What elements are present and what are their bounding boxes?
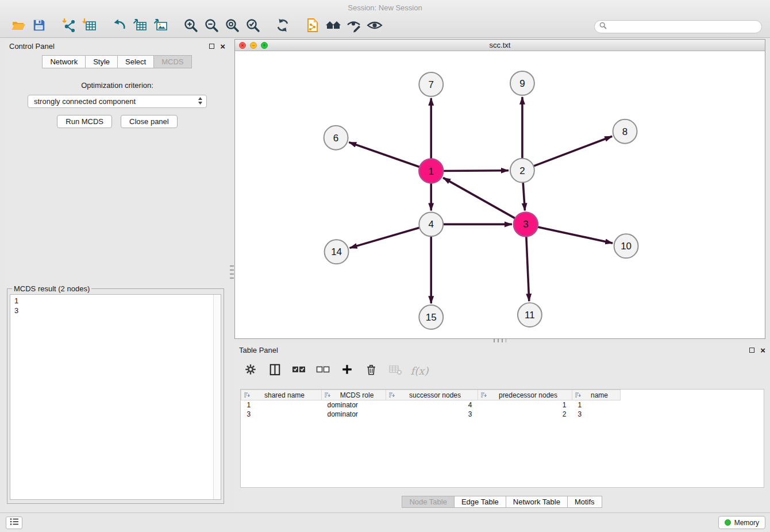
run-mcds-button[interactable]: Run MCDS bbox=[57, 115, 112, 128]
tab-edge-table[interactable]: Edge Table bbox=[454, 496, 506, 508]
network-canvas[interactable]: 7968124314101511 bbox=[235, 52, 765, 338]
column-header-predecessor-nodes[interactable]: predecessor nodes bbox=[478, 390, 572, 400]
export-network-button[interactable] bbox=[109, 17, 130, 36]
save-session-button[interactable] bbox=[29, 17, 49, 36]
search-input[interactable] bbox=[610, 22, 757, 30]
tab-style[interactable]: Style bbox=[85, 55, 118, 68]
table-cell[interactable]: 1 bbox=[478, 400, 572, 410]
add-row-button[interactable] bbox=[339, 363, 355, 379]
close-panel-button[interactable]: Close panel bbox=[121, 115, 178, 128]
graph-edge-1-6[interactable] bbox=[349, 142, 419, 167]
zoom-selected-button[interactable] bbox=[242, 17, 263, 36]
graph-edge-1-2[interactable] bbox=[443, 171, 509, 171]
sort-icon[interactable] bbox=[575, 392, 581, 398]
maximize-window-button[interactable]: + bbox=[261, 42, 268, 49]
graph-node-2[interactable]: 2 bbox=[510, 159, 534, 183]
close-window-button[interactable]: × bbox=[239, 42, 246, 49]
delete-table-icon bbox=[388, 363, 402, 378]
control-panel-title: Control Panel bbox=[9, 42, 55, 51]
deselect-all-button[interactable] bbox=[315, 363, 331, 379]
task-history-button[interactable] bbox=[6, 516, 22, 529]
vertical-splitter-grip[interactable] bbox=[230, 265, 234, 280]
result-scrollbar[interactable] bbox=[213, 295, 221, 499]
graph-node-1[interactable]: 1 bbox=[419, 159, 443, 183]
graph-edge-3-11[interactable] bbox=[526, 236, 529, 301]
graph-node-6[interactable]: 6 bbox=[324, 126, 348, 150]
minimize-window-button[interactable]: − bbox=[250, 42, 257, 49]
import-table-button[interactable] bbox=[79, 17, 100, 36]
table-cell[interactable]: dominator bbox=[322, 400, 386, 410]
table-row[interactable]: 1dominator411 bbox=[241, 400, 621, 410]
column-header-shared-name[interactable]: shared name bbox=[241, 390, 322, 400]
criterion-dropdown[interactable]: strongly connected component bbox=[28, 95, 207, 108]
graph-edge-3-1[interactable] bbox=[443, 178, 515, 218]
column-header-successor-nodes[interactable]: successor nodes bbox=[386, 390, 478, 400]
columns-icon bbox=[268, 363, 281, 378]
show-hide-graphics-button[interactable] bbox=[364, 17, 385, 36]
tab-node-table[interactable]: Node Table bbox=[402, 496, 455, 508]
table-cell[interactable]: 3 bbox=[572, 410, 621, 419]
tab-mcds[interactable]: MCDS bbox=[153, 55, 191, 68]
delete-row-button[interactable] bbox=[363, 363, 379, 379]
graph-node-11[interactable]: 11 bbox=[518, 303, 542, 327]
graph-edge-4-14[interactable] bbox=[350, 228, 420, 248]
zoom-in-button[interactable] bbox=[180, 17, 201, 36]
graph-node-3[interactable]: 3 bbox=[514, 212, 538, 236]
export-table-button[interactable] bbox=[130, 17, 151, 36]
tab-network-table[interactable]: Network Table bbox=[506, 496, 568, 508]
graph-node-10[interactable]: 10 bbox=[614, 234, 638, 258]
zoom-fit-icon bbox=[225, 18, 240, 35]
graph-node-14[interactable]: 14 bbox=[325, 240, 349, 264]
function-builder-button[interactable]: f(x) bbox=[411, 363, 428, 379]
table-cell[interactable]: 4 bbox=[386, 400, 478, 410]
graph-edge-3-10[interactable] bbox=[537, 227, 613, 243]
zoom-selected-icon bbox=[245, 18, 260, 35]
horizontal-splitter[interactable] bbox=[234, 338, 765, 342]
table-cell[interactable]: 1 bbox=[572, 400, 621, 410]
tab-select[interactable]: Select bbox=[117, 55, 154, 68]
table-row[interactable]: 3dominator323 bbox=[241, 410, 621, 419]
zoom-fit-button[interactable] bbox=[222, 17, 242, 36]
tab-network[interactable]: Network bbox=[42, 55, 86, 68]
network-document-button[interactable] bbox=[302, 17, 323, 36]
graph-node-7[interactable]: 7 bbox=[419, 72, 443, 97]
delete-table-button[interactable] bbox=[387, 363, 403, 379]
close-panel-icon[interactable]: × bbox=[220, 42, 225, 51]
table-cell[interactable]: dominator bbox=[322, 410, 386, 419]
column-header-name[interactable]: name bbox=[572, 390, 621, 400]
show-columns-button[interactable] bbox=[267, 363, 283, 379]
sort-icon[interactable] bbox=[480, 392, 487, 398]
graph-node-4[interactable]: 4 bbox=[419, 212, 443, 236]
import-network-button[interactable] bbox=[59, 17, 79, 36]
graph-edge-2-8[interactable] bbox=[533, 136, 612, 166]
table-cell[interactable]: 1 bbox=[241, 400, 322, 410]
style-preview-button[interactable] bbox=[344, 17, 364, 36]
memory-button[interactable]: Memory bbox=[718, 516, 765, 529]
table-cell[interactable]: 3 bbox=[386, 410, 478, 419]
sort-icon[interactable] bbox=[244, 392, 250, 398]
close-table-panel-icon[interactable]: × bbox=[760, 346, 765, 354]
select-all-button[interactable] bbox=[291, 363, 307, 379]
search-box[interactable] bbox=[594, 20, 762, 33]
sort-icon[interactable] bbox=[324, 392, 330, 398]
export-image-button[interactable] bbox=[151, 17, 171, 36]
graph-node-9[interactable]: 9 bbox=[510, 71, 534, 95]
node-table-grid: shared nameMCDS rolesuccessor nodesprede… bbox=[241, 390, 621, 419]
float-panel-icon[interactable] bbox=[209, 44, 214, 49]
sort-icon[interactable] bbox=[388, 392, 395, 398]
table-cell[interactable]: 2 bbox=[478, 410, 572, 419]
first-neighbors-button[interactable] bbox=[323, 17, 344, 36]
zoom-out-button[interactable] bbox=[201, 17, 222, 36]
memory-status-icon bbox=[725, 519, 731, 526]
graph-node-15[interactable]: 15 bbox=[419, 305, 443, 329]
export-image-icon bbox=[153, 18, 168, 35]
float-table-panel-icon[interactable] bbox=[749, 348, 754, 353]
graph-node-8[interactable]: 8 bbox=[613, 119, 637, 144]
table-settings-button[interactable] bbox=[242, 363, 259, 379]
column-header-mcds-role[interactable]: MCDS role bbox=[322, 390, 386, 400]
tab-motifs[interactable]: Motifs bbox=[567, 496, 602, 508]
open-session-button[interactable] bbox=[8, 17, 29, 36]
graph-edge-2-3[interactable] bbox=[523, 183, 525, 211]
apply-layout-button[interactable] bbox=[272, 17, 293, 36]
table-cell[interactable]: 3 bbox=[241, 410, 322, 419]
